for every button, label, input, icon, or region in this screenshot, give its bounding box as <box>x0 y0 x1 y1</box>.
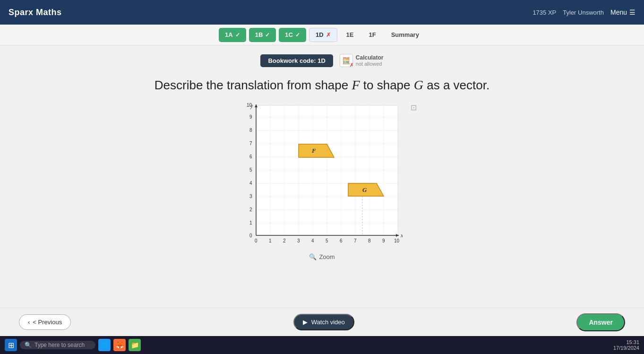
zoom-button[interactable]: 🔍 Zoom <box>309 253 335 260</box>
bottom-bar: ‹ < Previous ▶ Watch video Answer <box>0 308 644 336</box>
svg-text:8: 8 <box>249 128 252 133</box>
svg-text:4: 4 <box>311 238 314 243</box>
app-logo: Sparx Maths <box>9 8 62 17</box>
tab-1C-label: 1C <box>285 31 293 38</box>
previous-button[interactable]: ‹ < Previous <box>19 314 71 330</box>
tab-1D-label: 1D <box>316 31 324 38</box>
tab-1F[interactable]: 1F <box>362 28 382 42</box>
zoom-label: Zoom <box>319 253 335 260</box>
taskbar-search[interactable]: 🔍 Type here to search <box>20 341 95 349</box>
tab-1B[interactable]: 1B ✓ <box>249 28 276 42</box>
shape-g-letter: G <box>414 78 423 92</box>
answer-button[interactable]: Answer <box>576 313 625 331</box>
svg-text:1: 1 <box>249 220 252 225</box>
svg-text:6: 6 <box>249 154 252 159</box>
svg-text:7: 7 <box>354 238 357 243</box>
calculator-sublabel: not allowed <box>356 61 384 67</box>
svg-text:5: 5 <box>249 167 252 173</box>
graph-container: ⊡ <box>242 103 403 250</box>
taskbar: ⊞ 🔍 Type here to search 🌐 🦊 📁 15:31 17/1… <box>0 336 644 354</box>
bookwork-code: Bookwork code: 1D <box>260 54 333 67</box>
svg-text:4: 4 <box>249 181 252 186</box>
svg-text:2: 2 <box>283 238 286 243</box>
top-bar-right: 1735 XP Tyler Unsworth Menu ☰ <box>532 9 635 16</box>
taskbar-left: ⊞ 🔍 Type here to search 🌐 🦊 📁 <box>5 339 141 351</box>
username-display: Tyler Unsworth <box>563 9 604 16</box>
taskbar-app-1[interactable]: 🌐 <box>98 339 111 351</box>
calculator-x-icon: ✗ <box>350 62 353 68</box>
start-button[interactable]: ⊞ <box>5 339 17 351</box>
watch-video-button[interactable]: ▶ Watch video <box>293 314 354 330</box>
graph-wrapper: ⊡ <box>242 103 403 260</box>
tab-1C[interactable]: 1C ✓ <box>279 28 306 42</box>
taskbar-search-placeholder: Type here to search <box>34 342 85 348</box>
svg-text:1: 1 <box>269 238 272 243</box>
top-bar: Sparx Maths 1735 XP Tyler Unsworth Menu … <box>0 0 644 25</box>
shape-f-label: F <box>311 147 316 154</box>
calculator-icon: 🧮✗ <box>340 54 353 67</box>
svg-text:10: 10 <box>394 238 400 243</box>
tab-1D-x-icon: ✗ <box>326 32 331 38</box>
svg-text:9: 9 <box>382 238 385 243</box>
bookwork-bar: Bookwork code: 1D 🧮✗ Calculator not allo… <box>260 54 383 67</box>
main-content: Bookwork code: 1D 🧮✗ Calculator not allo… <box>0 45 644 336</box>
shape-f-letter: F <box>352 78 360 92</box>
svg-text:8: 8 <box>368 238 371 243</box>
tab-1D[interactable]: 1D ✗ <box>309 28 337 42</box>
tab-1F-label: 1F <box>369 31 376 38</box>
taskbar-right: 15:31 17/19/2024 <box>613 339 639 351</box>
tab-bar: 1A ✓ 1B ✓ 1C ✓ 1D ✗ 1E 1F Summary <box>0 25 644 45</box>
menu-button[interactable]: Menu ☰ <box>610 9 635 16</box>
svg-text:0: 0 <box>255 238 258 243</box>
taskbar-app-3[interactable]: 📁 <box>129 339 141 351</box>
calculator-badge: 🧮✗ Calculator not allowed <box>340 54 384 67</box>
svg-text:2: 2 <box>249 207 252 212</box>
tab-1E[interactable]: 1E <box>340 28 360 42</box>
zoom-search-icon: 🔍 <box>309 253 317 260</box>
svg-text:3: 3 <box>249 194 252 199</box>
tab-1A-check-icon: ✓ <box>235 32 240 38</box>
tab-summary-label: Summary <box>391 31 419 38</box>
calculator-label: Calculator <box>356 54 384 61</box>
svg-text:7: 7 <box>249 141 252 146</box>
svg-text:x: x <box>400 232 403 239</box>
expand-icon[interactable]: ⊡ <box>411 103 417 112</box>
question-text: Describe the translation from shape F to… <box>155 78 489 93</box>
svg-text:3: 3 <box>297 238 300 243</box>
play-icon: ▶ <box>303 319 308 326</box>
taskbar-search-icon: 🔍 <box>25 342 32 348</box>
tab-1A[interactable]: 1A ✓ <box>219 28 246 42</box>
tab-summary[interactable]: Summary <box>385 28 425 42</box>
taskbar-time: 15:31 <box>613 339 639 345</box>
tab-1E-label: 1E <box>346 31 354 38</box>
tab-1B-check-icon: ✓ <box>265 32 270 38</box>
svg-text:10: 10 <box>247 103 252 108</box>
tab-1A-label: 1A <box>225 31 233 38</box>
taskbar-app-2[interactable]: 🦊 <box>113 339 126 351</box>
xp-display: 1735 XP <box>532 9 556 16</box>
taskbar-date: 17/19/2024 <box>613 345 639 351</box>
graph-svg: y x 0 1 2 3 4 5 6 7 8 9 10 0 1 2 3 <box>242 103 403 250</box>
svg-text:6: 6 <box>340 238 343 243</box>
calculator-text: Calculator not allowed <box>356 54 384 67</box>
tab-1B-label: 1B <box>255 31 263 38</box>
menu-hamburger-icon: ☰ <box>629 9 635 16</box>
svg-text:5: 5 <box>326 238 328 243</box>
shape-g-label: G <box>362 186 367 193</box>
svg-text:9: 9 <box>249 114 252 120</box>
svg-text:0: 0 <box>249 233 252 238</box>
tab-1C-check-icon: ✓ <box>295 32 300 38</box>
previous-chevron-icon: ‹ <box>28 319 30 326</box>
